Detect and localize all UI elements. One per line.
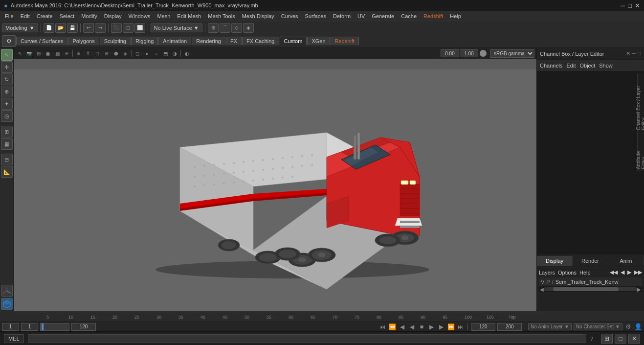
stop-btn[interactable]: ■ [418, 323, 425, 330]
anim-settings-btn[interactable]: ⚙ [624, 323, 632, 330]
view-cube-btn[interactable] [1, 298, 13, 310]
menu-mesh[interactable]: Mesh [154, 12, 173, 20]
snap-curve-btn[interactable]: ⌒ [220, 23, 230, 33]
panel-float-icon[interactable]: □ [638, 50, 641, 57]
vp-offset-input[interactable] [441, 49, 459, 57]
menu-edit[interactable]: Edit [18, 12, 33, 20]
snap-grid-btn[interactable]: ⊞ [208, 23, 219, 33]
panel-min-icon[interactable]: ─ [632, 50, 636, 57]
menu-create[interactable]: Create [34, 12, 56, 20]
menu-mesh-display[interactable]: Mesh Display [239, 12, 277, 20]
go-start-btn[interactable]: ⏮ [378, 323, 386, 330]
shelf-tab-fx[interactable]: FX [226, 37, 242, 45]
vp-wireframe-icon[interactable]: ⊞ [34, 49, 43, 58]
options-menu[interactable]: Options [558, 270, 577, 276]
menu-deform[interactable]: Deform [330, 12, 354, 20]
range-total-input[interactable] [497, 323, 522, 331]
shelf-settings-icon[interactable]: ⚙ [2, 35, 16, 47]
menu-display[interactable]: Display [101, 12, 125, 20]
menu-modify[interactable]: Modify [78, 12, 100, 20]
taskbar-item-3[interactable]: ✕ [628, 334, 640, 344]
menu-generate[interactable]: Generate [369, 12, 397, 20]
maximize-button[interactable]: □ [628, 2, 632, 9]
vp-shad-icon[interactable]: ● [142, 49, 151, 58]
scroll-track[interactable] [544, 287, 637, 291]
undo-btn[interactable]: ↩ [83, 23, 94, 33]
measure-btn[interactable]: 📐 [1, 166, 13, 178]
tab-display[interactable]: Display [537, 256, 573, 266]
shelf-tab-rigging[interactable]: Rigging [131, 37, 158, 45]
open-scene-btn[interactable]: 📂 [55, 23, 66, 33]
timeline-area[interactable]: 5 10 15 20 25 30 35 40 45 50 55 60 65 70… [0, 311, 644, 322]
lasso-btn[interactable]: ◻ [123, 23, 133, 33]
channel-menu-show[interactable]: Show [599, 63, 613, 69]
vp-exposure-icon[interactable]: ◐ [182, 49, 191, 58]
move-tool-btn[interactable]: ✛ [1, 61, 13, 73]
play-back-btn[interactable]: ◀ [408, 323, 416, 330]
go-end-btn[interactable]: ⏭ [457, 323, 465, 330]
vp-ao-icon[interactable]: ○ [152, 49, 160, 58]
vp-snap-icon[interactable]: ⬟ [111, 49, 120, 58]
select-tool-btn[interactable]: ↖ [1, 49, 13, 61]
layer-row[interactable]: V P / Semi_Trailer_Truck_Kenw [539, 277, 642, 286]
vp-res-icon[interactable]: ◻ [133, 49, 142, 58]
shelf-tab-rendering[interactable]: Rendering [192, 37, 225, 45]
char-settings-btn[interactable]: 👤 [634, 323, 642, 330]
vp-fog-icon[interactable]: ≡ [74, 49, 83, 58]
scroll-left-icon[interactable]: ◀ [540, 287, 544, 292]
vp-light-icon[interactable]: ☀ [62, 49, 71, 58]
shelf-tab-redshift[interactable]: Redshift [331, 37, 359, 45]
shelf-tab-curves[interactable]: Curves / Surfaces [16, 37, 67, 45]
taskbar-item-1[interactable]: ⊞ [601, 334, 613, 344]
vp-manip-icon[interactable]: ⊕ [102, 49, 111, 58]
prev-key-btn[interactable]: ⏪ [388, 323, 396, 330]
vp-mo-blur-icon[interactable]: ⬒ [161, 49, 170, 58]
shelf-tab-sculpting[interactable]: Sculpting [100, 37, 131, 45]
layout-btn[interactable]: ▦ [1, 138, 13, 150]
layer-nav-next[interactable]: ▶ [627, 269, 631, 276]
snap-view-btn[interactable]: ◈ [243, 23, 254, 33]
menu-help[interactable]: Help [447, 12, 464, 20]
select-btn[interactable]: ⬛ [111, 23, 122, 33]
vp-gain-input[interactable] [460, 49, 478, 57]
menu-select[interactable]: Select [57, 12, 78, 20]
snap-point-btn[interactable]: ◇ [231, 23, 242, 33]
scroll-thumb[interactable] [553, 287, 619, 291]
play-fwd-btn[interactable]: ▶ [427, 323, 435, 330]
layer-visibility[interactable]: V [541, 279, 544, 285]
layers-menu[interactable]: Layers [539, 270, 555, 276]
menu-file[interactable]: File [2, 12, 17, 20]
close-button[interactable]: ✕ [635, 2, 640, 9]
new-scene-btn[interactable]: 📄 [44, 23, 54, 33]
vp-dof-icon[interactable]: ◑ [170, 49, 179, 58]
layer-nav-next2[interactable]: ▶▶ [634, 269, 642, 276]
snap-together-btn[interactable]: ⊟ [1, 154, 13, 165]
next-frame-btn[interactable]: ▶ [437, 323, 445, 330]
soft-mod-btn[interactable]: ◎ [1, 110, 13, 122]
help-line-btn[interactable]: ? [590, 336, 593, 342]
channel-menu-channels[interactable]: Channels [540, 63, 562, 69]
redo-btn[interactable]: ↪ [95, 23, 106, 33]
menu-mesh-tools[interactable]: Mesh Tools [205, 12, 238, 20]
live-surface-dropdown[interactable]: No Live Surface ▼ [151, 23, 202, 32]
scale-tool-btn[interactable]: ⊕ [1, 86, 13, 97]
vp-select-icon[interactable]: ↖ [16, 49, 24, 58]
universal-tool-btn[interactable]: ✦ [1, 98, 13, 110]
menu-edit-mesh[interactable]: Edit Mesh [174, 12, 204, 20]
vp-shaded-icon[interactable]: ◼ [44, 49, 52, 58]
shelf-tab-fxcaching[interactable]: FX Caching [242, 37, 279, 45]
show-manipulator-btn[interactable]: ⊞ [1, 126, 13, 138]
panel-close-icon[interactable]: ✕ [626, 50, 630, 57]
scroll-right-icon[interactable]: ▶ [637, 287, 641, 292]
attribute-editor-label[interactable]: Attribute Editor [636, 137, 644, 171]
vp-hud-icon[interactable]: □ [93, 49, 102, 58]
prev-frame-btn[interactable]: ◀ [398, 323, 406, 330]
start-frame-input[interactable] [21, 323, 38, 331]
menu-windows[interactable]: Windows [126, 12, 154, 20]
help-menu[interactable]: Help [579, 270, 591, 276]
workspace-dropdown[interactable]: Modeling ▼ [2, 23, 38, 32]
tab-render[interactable]: Render [573, 256, 608, 266]
current-frame-input[interactable] [2, 323, 19, 331]
menu-surfaces[interactable]: Surfaces [302, 12, 329, 20]
layer-nav-prev[interactable]: ◀◀ [610, 269, 618, 276]
